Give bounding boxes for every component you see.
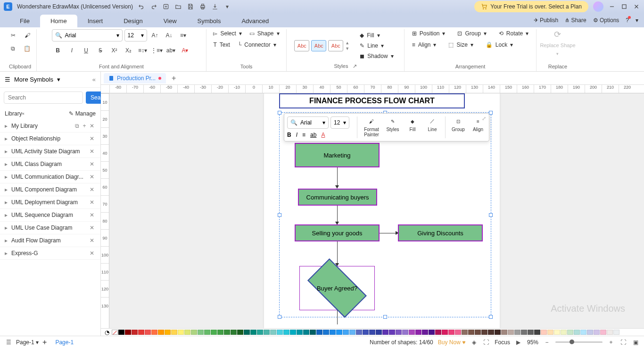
color-swatch[interactable] (204, 330, 210, 335)
color-swatch[interactable] (198, 330, 204, 335)
color-swatch[interactable] (224, 330, 230, 335)
publish-button[interactable]: ✈ Publish (534, 17, 559, 24)
library-item[interactable]: ▸UML Activity State Diagram✕ (0, 145, 100, 158)
new-tab-button[interactable]: + (169, 74, 179, 83)
maximize-icon[interactable] (620, 3, 628, 10)
color-swatch[interactable] (132, 330, 138, 335)
strike-icon[interactable]: S̶ (94, 44, 107, 57)
shape-tool[interactable]: ▭ Shape ▾ (247, 29, 282, 38)
flowchart-box-communicating[interactable]: Communicating buyers (298, 189, 377, 206)
color-swatch[interactable] (323, 330, 329, 335)
library-item[interactable]: ▸Object Relationship✕ (0, 133, 100, 145)
color-swatch[interactable] (125, 330, 131, 335)
pin-icon[interactable]: ⤢ (482, 116, 486, 122)
highlight-icon[interactable]: ab▾ (165, 44, 177, 57)
color-swatch[interactable] (382, 330, 388, 335)
new-icon[interactable] (162, 3, 170, 10)
fill-button[interactable]: ◆ Fill ▾ (357, 31, 396, 40)
font-name-select[interactable]: 🔍 Arial▾ (52, 29, 123, 41)
layers-icon[interactable]: ◈ (470, 339, 478, 346)
copy-icon[interactable]: ⧉ (7, 42, 19, 55)
zoom-slider[interactable] (555, 341, 603, 343)
page-select[interactable]: Page-1 ▾ (16, 339, 39, 346)
color-swatch[interactable] (290, 330, 296, 335)
color-swatch[interactable] (343, 330, 349, 335)
color-swatch[interactable] (574, 330, 580, 335)
color-swatch[interactable] (389, 330, 395, 335)
color-swatch[interactable] (508, 330, 514, 335)
library-item[interactable]: ▸UML Sequence Diagram✕ (0, 209, 100, 222)
color-swatch[interactable] (580, 330, 586, 335)
color-swatch[interactable] (178, 330, 184, 335)
save-icon[interactable] (187, 3, 194, 10)
mini-highlight-icon[interactable]: ab (310, 132, 316, 138)
text-align-icon[interactable]: ≡▾ (177, 29, 190, 41)
connector-tool[interactable]: └ Connector ▾ (235, 41, 279, 49)
flowchart-box-selling[interactable]: Selling your goods (295, 224, 380, 241)
color-swatch[interactable] (191, 330, 197, 335)
close-icon[interactable] (633, 3, 640, 10)
no-fill-swatch[interactable] (112, 330, 118, 335)
focus-icon[interactable]: ⛶ (482, 339, 490, 346)
increase-font-icon[interactable]: A↑ (149, 29, 161, 41)
color-swatch[interactable] (376, 330, 382, 335)
library-item[interactable]: ▸UML Communication Diagr...✕ (0, 171, 100, 183)
color-swatch[interactable] (541, 330, 547, 335)
color-swatch[interactable] (270, 330, 276, 335)
open-icon[interactable] (174, 3, 182, 10)
paste-icon[interactable]: 📋 (21, 42, 33, 55)
color-swatch[interactable] (250, 330, 256, 335)
pages-icon[interactable]: ☰ (5, 339, 12, 346)
mini-styles[interactable]: ✎Styles (385, 116, 401, 138)
color-swatch[interactable] (336, 330, 342, 335)
color-swatch[interactable] (330, 330, 336, 335)
color-swatch[interactable] (211, 330, 217, 335)
color-swatch[interactable] (607, 330, 613, 335)
color-swatch[interactable] (237, 330, 243, 335)
menu-home[interactable]: Home (40, 15, 77, 27)
mini-bold-icon[interactable]: B (287, 132, 291, 138)
mini-fontcolor-icon[interactable]: A (321, 132, 325, 138)
color-swatch[interactable] (442, 330, 448, 335)
color-swatch[interactable] (528, 330, 534, 335)
share-button[interactable]: ⋔ Share (565, 17, 586, 24)
focus-label[interactable]: Focus (495, 339, 510, 346)
style-chip-2[interactable]: Abc (311, 40, 326, 51)
zoom-in-icon[interactable]: + (607, 339, 615, 346)
mini-format-painter[interactable]: 🖌Format Painter (362, 116, 381, 138)
select-tool[interactable]: ▻ Select ▾ (210, 29, 244, 38)
group-button[interactable]: ⊡ Group▾ (454, 29, 489, 38)
mini-align-icon[interactable]: ≡ (302, 132, 305, 138)
decrease-font-icon[interactable]: A↓ (163, 29, 175, 41)
color-swatch[interactable] (600, 330, 606, 335)
library-label[interactable]: Library (5, 110, 22, 117)
menu-insert[interactable]: Insert (77, 15, 114, 27)
color-swatch[interactable] (138, 330, 144, 335)
color-swatch[interactable] (349, 330, 355, 335)
color-swatch[interactable] (587, 330, 593, 335)
color-swatch[interactable] (145, 330, 151, 335)
color-swatch[interactable] (534, 330, 540, 335)
color-swatch[interactable] (264, 330, 270, 335)
export-icon[interactable] (211, 3, 219, 10)
superscript-icon[interactable]: X² (108, 44, 121, 57)
minimize-icon[interactable] (608, 3, 616, 10)
bullets-icon[interactable]: ⋮≡▾ (151, 44, 163, 57)
flowchart-box-marketing[interactable]: Marketing (295, 143, 380, 167)
collapse-sidebar-icon[interactable]: « (92, 76, 96, 83)
color-swatch[interactable] (554, 330, 560, 335)
color-swatch[interactable] (158, 330, 164, 335)
color-swatch[interactable] (514, 330, 520, 335)
style-scroll-down[interactable]: ▼ (345, 46, 349, 51)
underline-icon[interactable]: U (80, 44, 92, 57)
menu-file[interactable]: File (9, 15, 40, 27)
hamburger-icon[interactable]: ☰ (5, 76, 10, 83)
library-item[interactable]: ▸UML Component Diagram✕ (0, 183, 100, 196)
print-icon[interactable] (199, 3, 206, 10)
subscript-icon[interactable]: X₂ (123, 44, 135, 57)
presentation-icon[interactable]: ▶ (515, 339, 522, 346)
color-swatch[interactable] (184, 330, 190, 335)
color-swatch[interactable] (257, 330, 263, 335)
color-swatch[interactable] (521, 330, 527, 335)
style-chip-1[interactable]: Abc (294, 40, 309, 51)
